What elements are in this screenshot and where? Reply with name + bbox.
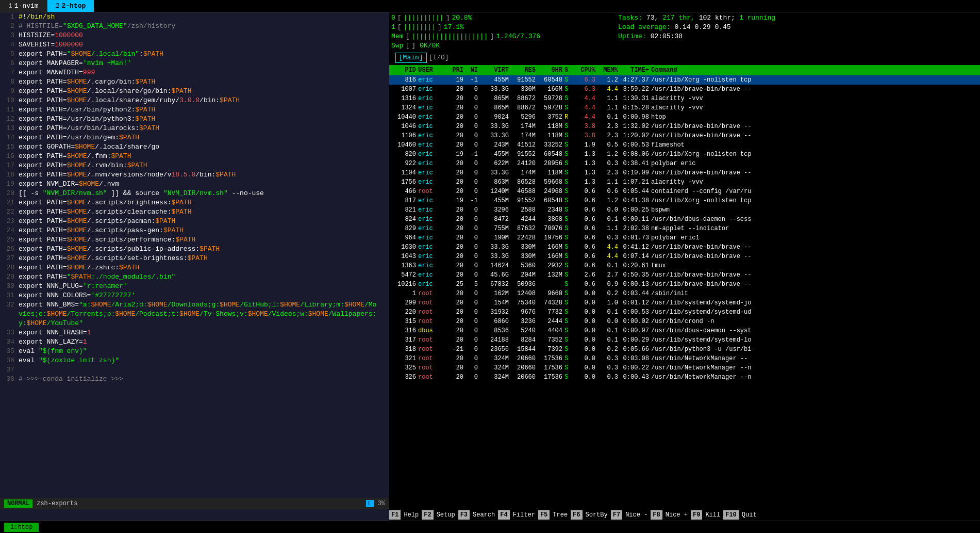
tab-htop[interactable]: 2 2-htop [47, 0, 95, 12]
proc-row-820[interactable]: 820 eric 19 -1 455M 91552 60548 S 1.3 1.… [389, 150, 980, 159]
proc-row-1106[interactable]: 1106 eric 20 0 33.3G 174M 118M S 3.8 2.3… [389, 131, 980, 140]
proc-row-816[interactable]: 816 eric 19 -1 455M 91552 60548 S 6.3 1.… [389, 75, 980, 85]
proc-row-317[interactable]: 317 root 20 0 24188 8284 7352 S 0.0 0.1 … [389, 335, 980, 345]
fn-btn-f6[interactable]: F6 SortBy [571, 509, 611, 521]
proc-user: eric [418, 224, 449, 233]
col-header-virt[interactable]: VIRT [480, 66, 511, 75]
htop-menu-io[interactable]: [I/O] [429, 53, 449, 62]
proc-row-1043[interactable]: 1043 eric 20 0 33.3G 330M 166M S 0.6 4.4… [389, 252, 980, 261]
proc-row-821[interactable]: 821 eric 20 0 3296 2588 2348 S 0.6 0.0 0… [389, 205, 980, 215]
fn-label: Nice - [622, 510, 651, 520]
col-header-cpu[interactable]: CPU% [573, 66, 597, 75]
nvim-cmdline-text [4, 511, 8, 519]
proc-shr: 166M [538, 252, 564, 261]
proc-cpu: 1.3 [573, 168, 597, 177]
proc-cmd: alacritty -vvv [651, 177, 978, 187]
fn-btn-f5[interactable]: F5 Tree [538, 509, 571, 521]
proc-mem: 1.2 [597, 150, 620, 159]
proc-row-220[interactable]: 220 root 20 0 31932 9676 7732 S 0.0 0.1 … [389, 308, 980, 317]
col-header-ni[interactable]: NI [466, 66, 480, 75]
proc-cmd: /usr/bin/dbus-daemon --syst [651, 326, 978, 335]
tab-nvim[interactable]: 1 1-nvim [0, 0, 47, 12]
tab-htop-name: 2-htop [61, 2, 86, 10]
htop-menu-main[interactable]: [Main] [395, 53, 427, 63]
fn-btn-f4[interactable]: F4 Filter [498, 509, 538, 521]
proc-row-318[interactable]: 318 root -21 0 23656 15844 7392 S 0.0 0.… [389, 345, 980, 354]
proc-pri: 19 [449, 196, 466, 205]
proc-state: S [564, 335, 573, 345]
proc-row-10440[interactable]: 10440 eric 20 0 9024 5296 3752 R 4.4 0.1… [389, 112, 980, 122]
proc-row-5472[interactable]: 5472 eric 20 0 45.6G 204M 132M S 2.6 2.7… [389, 270, 980, 280]
proc-virt: 865M [480, 94, 511, 103]
fn-btn-f3[interactable]: F3 Search [458, 509, 499, 521]
proc-row-299[interactable]: 299 root 20 0 154M 75340 74328 S 0.0 1.0… [389, 298, 980, 308]
proc-row-10216[interactable]: 10216 eric 25 5 67832 50936 S 0.6 0.9 0:… [389, 280, 980, 289]
fn-btn-f2[interactable]: F2 Setup [422, 509, 458, 521]
proc-row-1030[interactable]: 1030 eric 20 0 33.3G 330M 166M S 0.6 4.4… [389, 243, 980, 252]
proc-shr: 166M [538, 85, 564, 94]
proc-row-1046[interactable]: 1046 eric 20 0 33.3G 174M 118M S 3.8 2.3… [389, 122, 980, 131]
fn-label: Kill [702, 510, 723, 520]
proc-row-922[interactable]: 922 eric 20 0 622M 24120 20956 S 1.3 0.3… [389, 159, 980, 168]
line-2: 2 # HISTFILE="$XDG_DATA_HOME"/zsh/histor… [0, 22, 389, 31]
proc-row-10460[interactable]: 10460 eric 20 0 243M 41512 33252 S 1.9 0… [389, 140, 980, 150]
proc-pid: 5472 [391, 270, 418, 280]
proc-row-315[interactable]: 315 root 20 0 6860 3236 2444 S 0.0 0.0 0… [389, 317, 980, 326]
proc-virt: 622M [480, 159, 511, 168]
nvim-editor[interactable]: 1 #!/bin/sh 2 # HISTFILE="$XDG_DATA_HOME… [0, 12, 389, 498]
fn-btn-f1[interactable]: F1 Help [389, 509, 422, 521]
line-21: 21 export PATH=$HOME/.scripts/brightness… [0, 198, 389, 207]
col-header-cmd[interactable]: Command [651, 66, 978, 75]
fn-btn-f10[interactable]: F10 Quit [723, 509, 759, 521]
proc-row-1756[interactable]: 1756 eric 20 0 863M 86528 59668 S 1.3 1.… [389, 177, 980, 187]
proc-row-829[interactable]: 829 eric 20 0 755M 87632 70076 S 0.6 1.1… [389, 224, 980, 233]
proc-row-964[interactable]: 964 eric 20 0 190M 22428 19756 S 0.6 0.3… [389, 233, 980, 243]
proc-row-1324[interactable]: 1324 eric 20 0 865M 88672 59728 S 4.4 1.… [389, 103, 980, 112]
line-34: 34 export NNN_LAZY=1 [0, 337, 389, 347]
fn-label: Tree [550, 510, 571, 520]
col-header-shr[interactable]: SHR [538, 66, 564, 75]
proc-virt: 45.6G [480, 270, 511, 280]
proc-row-824[interactable]: 824 eric 20 0 8472 4244 3868 S 0.6 0.1 0… [389, 215, 980, 224]
fn-btn-f9[interactable]: F9 Kill [691, 509, 723, 521]
proc-row-1007[interactable]: 1007 eric 20 0 33.3G 330M 166M S 6.3 4.4… [389, 85, 980, 94]
line-8: 8 export PATH=$HOME/.cargo/bin:$PATH [0, 77, 389, 87]
col-header-s[interactable]: S [564, 66, 573, 75]
fn-btn-f7[interactable]: F7 Nice - [611, 509, 651, 521]
proc-cpu: 0.0 [573, 308, 597, 317]
proc-row-1363[interactable]: 1363 eric 20 0 14624 5360 2932 S 0.6 0.1… [389, 261, 980, 270]
terminal-tab-active[interactable]: 1:htop [4, 523, 39, 532]
proc-row-1316[interactable]: 1316 eric 20 0 865M 88672 59728 S 4.4 1.… [389, 94, 980, 103]
proc-row-316[interactable]: 316 dbus 20 0 8536 5240 4404 S 0.0 0.1 0… [389, 326, 980, 335]
proc-mem: 0.9 [597, 280, 620, 289]
proc-virt: 6860 [480, 317, 511, 326]
proc-mem: 0.1 [597, 261, 620, 270]
proc-pri: 20 [449, 373, 466, 382]
proc-mem: 0.5 [597, 140, 620, 150]
proc-res: 20660 [511, 354, 538, 363]
col-header-pid[interactable]: PID [391, 66, 418, 75]
proc-row-321[interactable]: 321 root 20 0 324M 20660 17536 S 0.0 0.3… [389, 354, 980, 363]
proc-ni: 0 [466, 140, 480, 150]
proc-mem: 0.0 [597, 205, 620, 215]
col-header-pri[interactable]: PRI [449, 66, 466, 75]
proc-row-466[interactable]: 466 root 20 0 1240M 46588 24968 S 0.6 0.… [389, 187, 980, 196]
proc-state: S [564, 261, 573, 270]
col-header-user[interactable]: USER [418, 66, 449, 75]
col-header-time[interactable]: TIME+ [620, 66, 651, 75]
proc-row-817[interactable]: 817 eric 19 -1 455M 91552 60548 S 0.6 1.… [389, 196, 980, 205]
proc-row-326[interactable]: 326 root 20 0 324M 20660 17536 S 0.0 0.3… [389, 373, 980, 382]
nvim-mode-badge: NORMAL [4, 499, 32, 508]
col-header-mem[interactable]: MEM% [597, 66, 620, 75]
proc-res: 5296 [511, 112, 538, 122]
proc-shr: 59728 [538, 94, 564, 103]
proc-pid: 1106 [391, 131, 418, 140]
proc-row-1[interactable]: 1 root 20 0 162M 12408 9660 S 0.0 0.2 0:… [389, 289, 980, 298]
proc-time: 0:00.53 [620, 308, 651, 317]
proc-pid: 1043 [391, 252, 418, 261]
proc-row-1104[interactable]: 1104 eric 20 0 33.3G 174M 118M S 1.3 2.3… [389, 168, 980, 177]
fn-btn-f8[interactable]: F8 Nice + [651, 509, 691, 521]
proc-row-325[interactable]: 325 root 20 0 324M 20660 17536 S 0.0 0.3… [389, 363, 980, 373]
proc-shr: 70076 [538, 224, 564, 233]
col-header-res[interactable]: RES [511, 66, 538, 75]
